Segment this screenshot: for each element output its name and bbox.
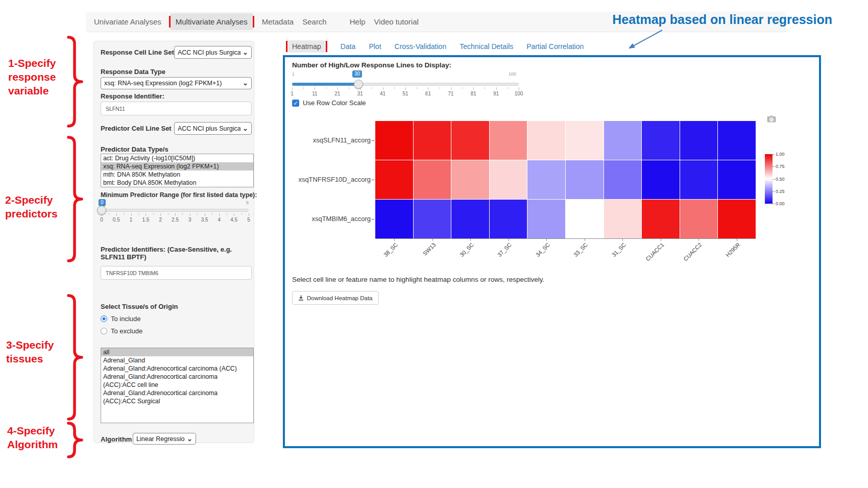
predictor-type-option-bmt-body-dna-850k-methylation[interactable]: bmt: Body DNA 850K Methylation	[101, 179, 253, 187]
nav-item-metadata[interactable]: Metadata	[261, 13, 295, 31]
checkbox-checked-icon[interactable]: ✓	[292, 100, 299, 107]
tab-data[interactable]: Data	[341, 42, 356, 51]
heatmap-cell-xsqslfn11-accorg-cuacc2[interactable]	[680, 121, 718, 160]
nav-item-video-tutorial[interactable]: Video tutorial	[373, 13, 420, 31]
tissue-option-adrenal-gland-adrenocortical-carcinoma-a[interactable]: Adrenal_Gland:Adrenocortical carcinoma (…	[101, 373, 253, 389]
col-tick	[698, 239, 699, 241]
heatmap-row-label-xsqtnfrsf10d-accorg[interactable]: xsqTNFRSF10D_accorg	[289, 176, 371, 183]
heatmap-cell-xsqtnfrsf10d-accorg-cuacc2[interactable]	[680, 160, 718, 199]
response-identifier-input[interactable]: SLFN11	[101, 102, 252, 115]
radio-icon[interactable]	[101, 328, 107, 334]
nav-item-help[interactable]: Help	[349, 13, 367, 31]
heatmap-cell-xsqtmbim6-accorg-38-sc[interactable]	[375, 200, 413, 238]
heatmap-cell-xsqtnfrsf10d-accorg-sw13[interactable]	[414, 160, 451, 199]
slider-tick	[451, 87, 451, 90]
predictor-cell-line-set-value: ACC NCI plus Surgical	[178, 125, 240, 132]
heatmap-cell-xsqtmbim6-accorg-37-sc[interactable]	[490, 200, 527, 238]
predictor-type-option-mth-dna-850k-methylation[interactable]: mth: DNA 850K Methylation	[101, 170, 253, 179]
tissue-radio-to-include[interactable]: To include	[101, 315, 141, 323]
nav-item-univariate-analyses[interactable]: Univariate Analyses	[93, 13, 162, 31]
heatmap-cell-xsqslfn11-accorg-cuacc1[interactable]	[642, 121, 680, 160]
predictor-cell-line-set-select[interactable]: ACC NCI plus Surgical ⌄	[174, 122, 252, 135]
heatmap-cell-xsqslfn11-accorg-34-sc[interactable]	[527, 121, 565, 160]
slider-tick-label: 1.5	[142, 217, 149, 223]
radio-icon[interactable]	[101, 315, 107, 322]
slider-minor-tick	[303, 87, 304, 89]
heatmap-cell-xsqtmbim6-accorg-cuacc2[interactable]	[680, 200, 718, 238]
predictor-type-option-act-drug-activity-log10-ic50m[interactable]: act: Drug Activity (-log10[IC50M])	[101, 154, 253, 162]
heatmap-cell-xsqtnfrsf10d-accorg-30-sc[interactable]	[451, 160, 489, 199]
heatmap-cell-xsqtmbim6-accorg-33-sc[interactable]	[566, 200, 604, 238]
slider-tick	[146, 213, 146, 216]
camera-icon[interactable]	[767, 115, 776, 123]
tab-heatmap[interactable]: Heatmap	[287, 40, 326, 53]
tab-partial-correlation[interactable]: Partial Correlation	[526, 42, 584, 51]
tissue-radio-label: To exclude	[111, 327, 142, 335]
heatmap-cell-xsqtmbim6-accorg-cuacc1[interactable]	[642, 200, 680, 238]
col-tick	[622, 239, 623, 241]
heatmap-cell-xsqslfn11-accorg-33-sc[interactable]	[566, 121, 604, 160]
heatmap-col-label-h295r[interactable]: H295R	[725, 241, 741, 258]
predictor-cell-line-set-label: Predictor Cell Line Set	[101, 125, 172, 132]
tissue-radio-to-exclude[interactable]: To exclude	[101, 327, 142, 335]
heatmap-cell-xsqtnfrsf10d-accorg-31-sc[interactable]	[604, 160, 642, 199]
active-nav-highlight-box: Multivariate Analyses	[169, 16, 254, 28]
slider-tick-label: 51	[402, 91, 408, 96]
slider-tick-label: 2	[159, 217, 162, 223]
heatmap-cell-xsqtnfrsf10d-accorg-38-sc[interactable]	[375, 160, 413, 199]
tissue-option-adrenal-gland-adrenocortical-carcinoma-a[interactable]: Adrenal_Gland:Adrenocortical carcinoma (…	[101, 389, 253, 405]
heatmap-cell-xsqslfn11-accorg-37-sc[interactable]	[490, 121, 527, 160]
heatmap-cell-xsqtnfrsf10d-accorg-34-sc[interactable]	[527, 160, 565, 199]
heatmap-cell-xsqtnfrsf10d-accorg-h295r[interactable]	[718, 160, 756, 199]
heatmap-cell-xsqslfn11-accorg-sw13[interactable]	[414, 121, 451, 160]
predictor-type-option-xsq-rna-seq-expression-log2-fpkm-1[interactable]: xsq: RNA-seq Expression (log2 FPKM+1)	[101, 162, 253, 170]
nav-item-search[interactable]: Search	[301, 13, 328, 31]
slider-tick-label: 4.5	[230, 217, 237, 223]
algorithm-label: Algorithm	[101, 435, 132, 443]
min-predictor-range-slider[interactable]	[102, 209, 249, 212]
tissue-option-adrenal-gland[interactable]: Adrenal_Gland	[101, 356, 253, 364]
heatmap-row-label-xsqslfn11-accorg[interactable]: xsqSLFN11_accorg	[289, 136, 371, 144]
heatmap-cell-xsqtnfrsf10d-accorg-37-sc[interactable]	[490, 160, 527, 199]
algorithm-value: Linear Regression	[136, 435, 185, 443]
tab-technical-details[interactable]: Technical Details	[460, 42, 513, 51]
algorithm-select[interactable]: Linear Regression ⌄	[133, 433, 196, 445]
heatmap-cell-xsqtmbim6-accorg-sw13[interactable]	[414, 200, 451, 238]
slider-minor-tick	[168, 213, 168, 215]
heatmap-cell-xsqslfn11-accorg-31-sc[interactable]	[604, 121, 642, 160]
heatmap-cell-xsqtmbim6-accorg-h295r[interactable]	[718, 200, 756, 238]
tissue-option-all[interactable]: all	[101, 348, 253, 356]
download-heatmap-data-button[interactable]: Download Heatmap Data	[292, 291, 379, 305]
annotation-step3: 3-Specify tissues	[6, 338, 54, 365]
annotation-step4: 4-Specify Algorithm	[7, 424, 58, 451]
tab-plot[interactable]: Plot	[369, 42, 381, 51]
heatmap-cell-xsqslfn11-accorg-30-sc[interactable]	[451, 121, 489, 160]
use-row-color-scale-row[interactable]: ✓ Use Row Color Scale	[292, 99, 366, 107]
heatmap-cell-xsqslfn11-accorg-h295r[interactable]	[718, 121, 756, 160]
heatmap-cell-xsqtnfrsf10d-accorg-cuacc1[interactable]	[642, 160, 680, 199]
colorbar-tick-label: 0.00	[776, 201, 785, 206]
col-tick	[509, 239, 509, 241]
slider-tick	[292, 87, 293, 90]
tissue-option-adrenal-gland-adrenocortical-carcinoma-a[interactable]: Adrenal_Gland:Adrenocortical carcinoma (…	[101, 364, 253, 373]
response-data-type-select[interactable]: xsq: RNA-seq Expression (log2 FPKM+1) ⌄	[101, 77, 252, 89]
slider-tick	[428, 87, 428, 90]
tab-cross-validation[interactable]: Cross-Validation	[395, 42, 447, 51]
colorbar-tick	[773, 191, 775, 192]
tissue-listbox: allAdrenal_GlandAdrenal_Gland:Adrenocort…	[101, 348, 254, 423]
heatmap-cell-xsqtmbim6-accorg-30-sc[interactable]	[451, 200, 489, 238]
heatmap-hint-text: Select cell line or feature name to high…	[292, 276, 544, 283]
sidebar-slider-labels: 00.511.522.533.544.55	[102, 217, 249, 223]
heatmap-cell-xsqslfn11-accorg-38-sc[interactable]	[375, 121, 413, 160]
heatmap-cell-xsqtmbim6-accorg-34-sc[interactable]	[527, 200, 565, 238]
nav-item-multivariate-analyses[interactable]: Multivariate Analyses	[171, 13, 253, 30]
colorbar-tick	[773, 204, 775, 204]
slider-tick-label: 91	[493, 91, 499, 96]
heatmap-row-label-xsqtmbim6-accorg[interactable]: xsqTMBIM6_accorg	[289, 215, 371, 223]
slider-max-label: 100	[509, 71, 516, 77]
heatmap-cell-xsqtnfrsf10d-accorg-33-sc[interactable]	[566, 160, 604, 199]
colorbar-tick	[773, 154, 775, 155]
heatmap-cell-xsqtmbim6-accorg-31-sc[interactable]	[604, 200, 642, 238]
predictor-identifiers-input[interactable]: TNFRSF10D TMBIM6	[101, 266, 252, 280]
response-cell-line-set-select[interactable]: ACC NCI plus Surgical ⌄	[174, 46, 252, 59]
